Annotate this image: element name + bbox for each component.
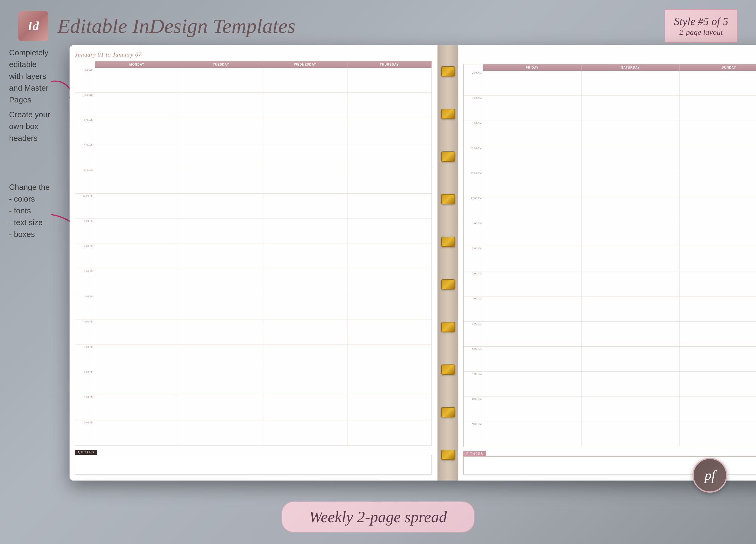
indesign-icon: Id (18, 11, 48, 41)
right-col-headers: FRIDAY SATURDAY SUNDAY (463, 64, 756, 71)
right-time-grid: 7:00 AM 8:00 AM 9:00 AM 10:00 AM 11:00 A… (463, 71, 756, 447)
header-title: Editable InDesign Templates (57, 14, 655, 38)
spiral-2 (441, 109, 455, 119)
year-label: 2018 (463, 51, 756, 62)
col-monday: MONDAY (95, 61, 179, 68)
style-badge: Style #5 of 5 2-page layout (664, 9, 738, 43)
spiral-1 (441, 66, 455, 77)
quotes-box (75, 455, 432, 474)
quotes-label: QUOTES (75, 450, 97, 455)
spiral-8 (441, 364, 455, 375)
quotes-section: QUOTES (75, 449, 432, 474)
annotation-bottom-left: Change the- colors- fonts- text size- bo… (9, 181, 50, 240)
style-subtitle: 2-page layout (674, 28, 728, 37)
indesign-letter: Id (28, 19, 39, 33)
spiral-10 (441, 450, 455, 460)
col-sunday: SUNDAY (680, 64, 756, 71)
bottom-banner: Weekly 2-page spread (281, 501, 474, 533)
left-page: January 01 to January 07 MONDAY TUESDAY … (70, 45, 438, 480)
pf-text: pf (705, 467, 715, 483)
pf-logo: pf (692, 458, 727, 493)
spiral-7 (441, 322, 455, 332)
date-range: January 01 to January 07 (75, 51, 432, 58)
col-thursday: THURSDAY (347, 61, 432, 68)
fitness-label: FITNESS (463, 451, 486, 456)
left-time-grid: 7:00 AM 8:00 AM 9:00 AM 10:00 AM 11:00 A… (75, 68, 432, 445)
col-wednesday: WEDNESDAY (263, 61, 347, 68)
header: Id Editable InDesign Templates Style #5 … (18, 9, 738, 43)
col-friday: FRIDAY (483, 64, 582, 71)
spiral-4 (441, 194, 455, 204)
col-saturday: SATURDAY (582, 64, 680, 71)
spiral-9 (441, 407, 455, 417)
banner-text: Weekly 2-page spread (309, 508, 447, 526)
style-title: Style #5 of 5 (674, 15, 728, 28)
right-page: 2018 FRIDAY SATURDAY SUNDAY 7:00 AM 8:00… (458, 45, 756, 480)
annotation-top-left: Completelyeditablewith layersand MasterP… (9, 47, 48, 106)
spiral-3 (441, 152, 455, 162)
col-tuesday: TUESDAY (179, 61, 263, 68)
left-col-headers: MONDAY TUESDAY WEDNESDAY THURSDAY (75, 61, 432, 68)
spiral-6 (441, 279, 455, 289)
spine (438, 45, 458, 480)
spiral-5 (441, 237, 455, 247)
annotation-middle-left: Create yourown boxheaders (9, 109, 50, 144)
planner-book: January 01 to January 07 MONDAY TUESDAY … (70, 45, 756, 480)
